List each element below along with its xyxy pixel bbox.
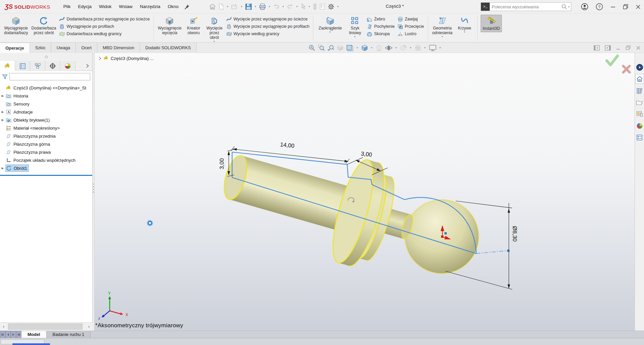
select-cursor-icon[interactable] (300, 2, 307, 11)
tab-mbd-dimension[interactable]: MBD Dimension (97, 43, 140, 53)
view-settings-icon[interactable] (428, 44, 437, 52)
mirror-button[interactable]: Lustro (397, 30, 424, 38)
instant3d-button[interactable]: Instant3D (481, 15, 502, 32)
revolved-boss-button[interactable]: Dodanie/baza przez obrót (30, 15, 58, 36)
account-icon[interactable] (581, 3, 588, 10)
save-dropdown[interactable]: ▾ (255, 5, 256, 8)
tree-item-obrot1[interactable]: ▶ Obrót1 (0, 164, 92, 172)
scroll-left-icon[interactable]: ‹ (0, 323, 7, 330)
undo-dropdown[interactable]: ▾ (282, 5, 284, 8)
reference-geometry-button[interactable]: Geometria odniesienia ▾ (430, 15, 454, 40)
sketch-handle[interactable] (507, 250, 509, 252)
prev-tab-icon[interactable] (5, 331, 11, 338)
design-library-icon[interactable] (635, 86, 644, 95)
curves-button[interactable]: Krzywe ▾ (454, 15, 475, 35)
view-settings-dropdown[interactable]: ▾ (439, 46, 441, 49)
model-canvas[interactable]: 3,00 14,00 3,00 (95, 53, 635, 331)
zoom-fit-icon[interactable] (308, 44, 316, 52)
3dexperience-icon[interactable] (635, 62, 644, 72)
tree-filter-input[interactable] (9, 73, 90, 80)
confirm-check-icon[interactable] (607, 56, 618, 65)
tree-item-plaszczyzna-przednia[interactable]: Płaszczyzna przednia (0, 132, 92, 140)
linear-pattern-dropdown[interactable]: ▾ (354, 35, 356, 38)
selected-feature[interactable]: Obrót1 (5, 164, 29, 172)
menu-wstaw[interactable]: Wstaw (115, 2, 137, 11)
doc-minimize-icon[interactable] (616, 46, 621, 50)
tree-item-adnotacje[interactable]: ▶ A Adnotacje (0, 108, 92, 116)
file-properties-icon[interactable] (319, 2, 326, 11)
extruded-boss-button[interactable]: Wyciągnięcie dodania/bazy (2, 15, 30, 36)
expander-icon[interactable]: ▶ (0, 94, 5, 97)
scrollbar-thumb[interactable] (8, 324, 83, 330)
swept-boss-button[interactable]: Dodanie/baza przez wyciągnięcie po ścież… (59, 15, 150, 23)
tree-item-plaszczyzna-prawa[interactable]: Płaszczyzna prawa (0, 148, 92, 156)
menu-narzedzia[interactable]: Narzędzia (136, 2, 164, 11)
tree-item-plaszczyzna-gorna[interactable]: Płaszczyzna górna (0, 140, 92, 148)
dimxpertmanager-tab[interactable] (45, 61, 60, 71)
options-dropdown[interactable]: ▾ (337, 5, 338, 8)
search-icon[interactable] (561, 4, 567, 10)
fillet-button[interactable]: Zaokrąglenie ▾ (316, 15, 344, 35)
hide-show-dropdown[interactable]: ▾ (395, 46, 397, 49)
doc-restore-icon[interactable] (626, 45, 631, 50)
view-palette-icon[interactable] (635, 109, 644, 119)
tree-item-sensory[interactable]: Sensory (0, 100, 92, 108)
lofted-boss-button[interactable]: Wyciągnięcie po profilach (59, 23, 150, 30)
menu-edycja[interactable]: Edycja (74, 2, 96, 11)
collapse-pane-right-icon[interactable] (605, 45, 611, 51)
selection-point[interactable] (147, 220, 153, 226)
tab-ocen[interactable]: Oceń (76, 43, 97, 53)
print-icon[interactable] (258, 2, 267, 11)
home-icon[interactable] (208, 2, 217, 11)
panel-tabs-expand-icon[interactable] (82, 61, 92, 71)
zoom-area-icon[interactable] (317, 44, 325, 52)
expander-icon[interactable]: ▶ (0, 166, 5, 170)
tree-root[interactable]: Część3 (Domyślna) <<Domyślna>_St (0, 84, 92, 92)
tab-szkic[interactable]: Szkic (30, 43, 51, 53)
tree-item-obiekty-brylowe[interactable]: ▶ Obiekty bryłowe(1) (0, 116, 92, 124)
reference-geometry-dropdown[interactable]: ▾ (441, 35, 443, 38)
new-file-dropdown[interactable]: ▾ (227, 5, 228, 8)
boundary-cut-button[interactable]: Wycięcie według granicy (226, 30, 309, 38)
next-tab-icon[interactable] (11, 331, 16, 338)
graphics-viewport[interactable]: 3,00 14,00 3,00 (95, 53, 635, 331)
rollback-bar[interactable] (0, 175, 92, 176)
apply-scene-icon[interactable] (414, 44, 422, 52)
search-dropdown[interactable]: ▾ (568, 5, 570, 8)
shadows-icon[interactable] (375, 44, 383, 52)
pin-menu-icon[interactable] (184, 4, 190, 9)
menu-okno[interactable]: Okno (164, 2, 182, 11)
apply-scene-dropdown[interactable]: ▾ (424, 46, 426, 49)
lofted-cut-button[interactable]: Wycięcie przez wyciągnięcie po profilach (226, 23, 309, 30)
expander-icon[interactable]: ▶ (0, 110, 5, 114)
print-dropdown[interactable]: ▾ (269, 5, 270, 8)
select-dropdown[interactable]: ▾ (309, 5, 310, 8)
rib-button[interactable]: Żebro (367, 15, 394, 23)
revolved-cut-button[interactable]: Wycięcie przez obrót ▾ (204, 15, 225, 44)
display-style-dropdown[interactable]: ▾ (371, 46, 372, 49)
close-button[interactable] (636, 4, 641, 9)
cancel-x-icon[interactable] (623, 66, 630, 72)
file-explorer-icon[interactable] (635, 97, 644, 107)
featuremanager-tab[interactable] (0, 61, 15, 71)
displaymanager-tab[interactable] (60, 61, 75, 71)
tab-uwaga[interactable]: Uwaga (51, 43, 76, 53)
draft-button[interactable]: Pochylenie (367, 23, 394, 30)
edit-appearance-dropdown[interactable]: ▾ (410, 46, 411, 49)
scrollbar-track[interactable] (7, 323, 85, 330)
tree-item-material[interactable]: Materiał <nieokreślony> (0, 124, 92, 132)
scroll-right-icon[interactable]: › (85, 323, 93, 330)
help-icon[interactable]: ? (596, 3, 603, 10)
first-tab-icon[interactable] (0, 331, 5, 338)
swept-cut-button[interactable]: Wycięcie przez wyciągnięcie po ścieżce (226, 15, 309, 23)
hide-show-items-icon[interactable] (384, 44, 393, 52)
rebuild-icon[interactable] (312, 2, 318, 11)
curves-dropdown[interactable]: ▾ (464, 30, 465, 33)
save-icon[interactable] (245, 2, 253, 11)
view-orientation-dropdown[interactable]: ▾ (357, 46, 358, 49)
options-gear-icon[interactable] (327, 2, 335, 11)
intersect-button[interactable]: Przecięcie (397, 23, 424, 30)
redo-icon[interactable] (286, 3, 294, 11)
configurationmanager-tab[interactable] (30, 61, 45, 71)
previous-view-icon[interactable] (327, 44, 335, 52)
